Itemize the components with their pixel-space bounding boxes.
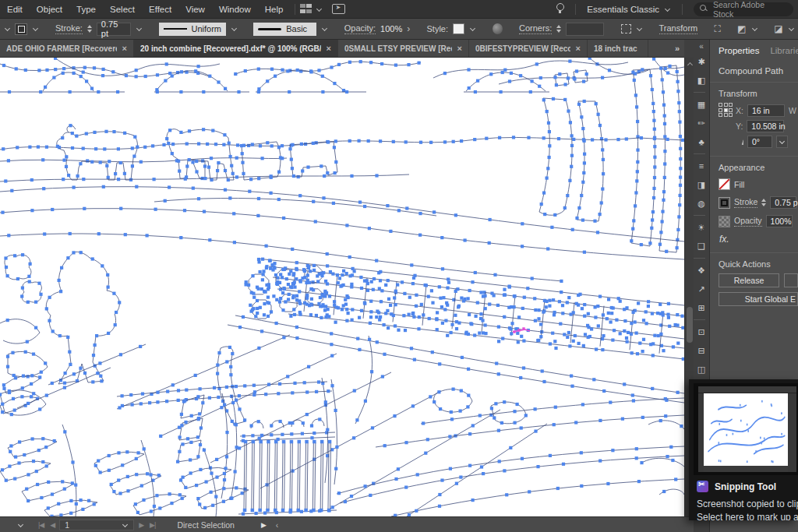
anchor-point[interactable]: [291, 143, 294, 146]
stroke-weight-field[interactable]: 0.75 pt: [97, 23, 131, 36]
anchor-point[interactable]: [330, 332, 333, 335]
vector-path[interactable]: [94, 452, 144, 473]
anchor-point[interactable]: [575, 217, 578, 220]
anchor-point[interactable]: [235, 385, 238, 388]
anchor-point[interactable]: [353, 389, 356, 393]
opacity-panel-link[interactable]: Opacity: [734, 216, 762, 227]
anchor-point[interactable]: [606, 482, 609, 485]
gradient-tool-icon[interactable]: ◧: [694, 71, 710, 90]
anchor-point[interactable]: [455, 482, 458, 485]
anchor-point[interactable]: [215, 476, 218, 479]
anchor-point[interactable]: [177, 389, 180, 392]
anchor-point[interactable]: [542, 380, 546, 383]
vector-path[interactable]: [577, 101, 603, 221]
anchor-point[interactable]: [570, 385, 574, 388]
anchor-point[interactable]: [566, 336, 569, 339]
anchor-point[interactable]: [344, 298, 347, 301]
anchor-point[interactable]: [679, 147, 682, 150]
vector-path[interactable]: [305, 442, 306, 510]
anchor-point[interactable]: [632, 219, 635, 222]
anchor-point[interactable]: [279, 273, 282, 276]
anchor-point[interactable]: [223, 133, 226, 136]
anchor-point[interactable]: [327, 140, 330, 143]
anchor-point[interactable]: [548, 130, 551, 133]
anchor-point[interactable]: [83, 207, 86, 210]
anchor-point[interactable]: [630, 351, 634, 354]
anchor-point[interactable]: [26, 499, 30, 502]
anchor-point[interactable]: [600, 201, 603, 204]
anchor-point[interactable]: [466, 405, 469, 408]
anchor-point[interactable]: [459, 410, 462, 413]
anchor-point[interactable]: [79, 499, 83, 502]
anchor-point[interactable]: [252, 440, 256, 444]
anchor-point[interactable]: [41, 158, 44, 161]
anchor-point[interactable]: [257, 68, 260, 71]
anchor-point[interactable]: [678, 110, 681, 113]
anchor-point[interactable]: [58, 334, 62, 337]
anchor-point[interactable]: [679, 167, 682, 170]
anchor-point[interactable]: [377, 271, 380, 274]
anchor-point[interactable]: [202, 128, 205, 131]
anchor-point[interactable]: [26, 340, 29, 344]
anchor-point[interactable]: [440, 305, 443, 308]
anchor-point[interactable]: [638, 342, 641, 345]
anchor-point[interactable]: [231, 420, 234, 423]
anchor-point[interactable]: [317, 69, 320, 72]
anchor-point[interactable]: [38, 375, 41, 379]
anchor-point[interactable]: [257, 420, 260, 423]
anchor-point[interactable]: [473, 138, 476, 141]
anchor-point[interactable]: [651, 342, 655, 345]
anchor-point[interactable]: [63, 430, 66, 433]
anchor-point[interactable]: [2, 147, 5, 150]
anchor-point[interactable]: [139, 402, 143, 405]
anchor-point[interactable]: [57, 502, 60, 506]
anchor-point[interactable]: [270, 68, 274, 71]
anchor-point[interactable]: [7, 159, 10, 162]
anchor-point[interactable]: [666, 313, 669, 316]
anchor-point[interactable]: [435, 317, 438, 320]
anchor-point[interactable]: [320, 509, 323, 513]
anchor-point[interactable]: [251, 274, 254, 277]
anchor-point[interactable]: [569, 121, 572, 124]
anchor-point[interactable]: [243, 384, 246, 387]
anchor-point[interactable]: [257, 287, 260, 291]
anchor-point[interactable]: [433, 210, 436, 213]
anchor-point[interactable]: [450, 417, 454, 421]
anchor-point[interactable]: [259, 270, 262, 273]
anchor-point[interactable]: [140, 484, 143, 488]
start-global-edit-button[interactable]: Start Global E: [719, 292, 798, 306]
anchor-point[interactable]: [112, 292, 115, 295]
anchor-point[interactable]: [99, 375, 102, 378]
anchor-point[interactable]: [283, 268, 286, 271]
anchor-point[interactable]: [241, 491, 244, 495]
anchor-point[interactable]: [577, 206, 581, 210]
anchor-point[interactable]: [69, 232, 72, 235]
anchor-point[interactable]: [411, 312, 415, 315]
anchor-point[interactable]: [652, 196, 655, 199]
anchor-point[interactable]: [180, 70, 183, 73]
anchor-point[interactable]: [65, 155, 68, 158]
graphic-styles-icon[interactable]: ❑: [694, 237, 710, 255]
anchor-point[interactable]: [378, 318, 381, 321]
anchor-point[interactable]: [252, 296, 256, 299]
anchor-point[interactable]: [54, 68, 57, 71]
anchor-point[interactable]: [182, 400, 185, 403]
anchor-point[interactable]: [203, 164, 207, 167]
anchor-point[interactable]: [153, 178, 156, 181]
anchor-point[interactable]: [286, 69, 289, 72]
anchor-point[interactable]: [197, 417, 200, 421]
anchor-point[interactable]: [386, 204, 389, 207]
anchor-point[interactable]: [580, 194, 583, 197]
vector-path[interactable]: [0, 319, 40, 344]
anchor-point[interactable]: [34, 326, 37, 329]
transparency-icon[interactable]: ◍: [694, 194, 710, 213]
anchor-point[interactable]: [662, 104, 666, 107]
anchor-point[interactable]: [459, 476, 462, 479]
anchor-point[interactable]: [241, 161, 244, 164]
anchor-point[interactable]: [281, 308, 284, 312]
anchor-point[interactable]: [664, 397, 667, 400]
anchor-point[interactable]: [125, 74, 128, 77]
anchor-point[interactable]: [582, 80, 585, 83]
anchor-point[interactable]: [508, 285, 511, 288]
anchor-point[interactable]: [577, 103, 581, 106]
